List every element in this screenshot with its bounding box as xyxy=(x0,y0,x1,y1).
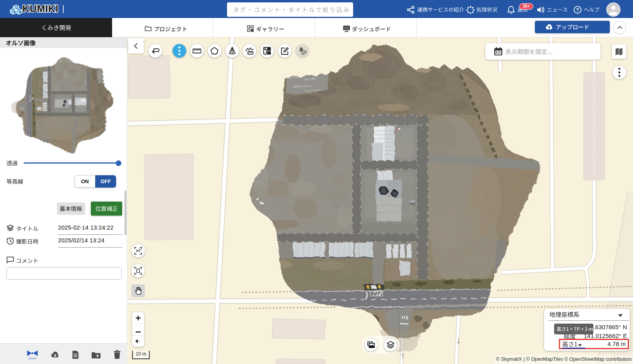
svg-text:?: ? xyxy=(576,7,579,13)
svg-text:KUMIKI: KUMIKI xyxy=(22,3,58,14)
svg-text:SCANX: SCANX xyxy=(29,357,36,360)
